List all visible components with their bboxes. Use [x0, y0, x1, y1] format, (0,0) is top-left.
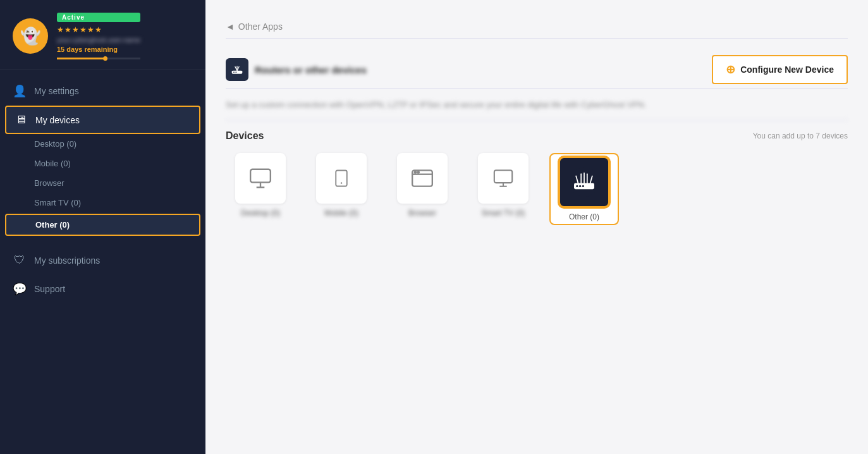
svg-point-27 [582, 185, 584, 187]
settings-label: My settings [34, 86, 79, 96]
devices-title: Devices [226, 130, 264, 142]
desktop-label: Desktop (0) [241, 209, 280, 218]
svg-point-13 [415, 171, 417, 173]
devices-section-header: Devices You can add up to 7 devices [226, 130, 848, 142]
sidebar-sub-desktop[interactable]: Desktop (0) [0, 134, 205, 154]
smarttv-icon [491, 168, 515, 189]
trial-text: 15 days remaining [57, 46, 140, 53]
sidebar-nav: 👤 My settings 🖥 My devices Desktop (0) M… [0, 70, 205, 454]
section-description: Set up a custom connection with OpenVPN,… [226, 95, 848, 120]
devices-label: My devices [35, 115, 80, 125]
devices-limit: You can add up to 7 devices [753, 132, 848, 140]
user-info: Active ★★★★★★ your.cyberghost.user.name … [57, 13, 140, 59]
other-sub-label: Other (0) [35, 220, 70, 230]
sidebar-sub-browser[interactable]: Browser [0, 173, 205, 193]
browser-label: Browser [408, 209, 436, 218]
smarttv-sub-label: Smart TV (0) [34, 198, 81, 207]
devices-icon: 🖥 [14, 113, 28, 126]
device-card-smarttv[interactable]: Smart TV (0) [468, 153, 538, 218]
smarttv-label: Smart TV (0) [482, 209, 525, 218]
device-card-desktop[interactable]: Desktop (0) [226, 153, 295, 218]
section-title: Routers or other devices [255, 64, 367, 75]
mobile-device-icon [316, 153, 367, 204]
sidebar-item-settings[interactable]: 👤 My settings [0, 77, 205, 106]
section-title-group: Routers or other devices [226, 58, 367, 81]
trial-progress-fill [57, 58, 107, 59]
sidebar: 👻 Active ★★★★★★ your.cyberghost.user.nam… [0, 0, 205, 454]
devices-grid: Desktop (0) Mobile (0) [226, 153, 848, 225]
sidebar-header: 👻 Active ★★★★★★ your.cyberghost.user.nam… [0, 0, 205, 70]
device-card-browser[interactable]: Browser [388, 153, 457, 218]
stars-rating: ★★★★★★ [57, 25, 140, 34]
logo-icon: 👻 [20, 27, 40, 46]
configure-new-device-button[interactable]: ⊕ Configure New Device [712, 55, 848, 84]
section-icon-box [226, 58, 248, 81]
browser-sub-label: Browser [34, 178, 64, 188]
other-label: Other (0) [569, 212, 599, 221]
other-device-icon [559, 157, 609, 207]
support-icon: 💬 [13, 282, 27, 296]
routers-section-header: Routers or other devices ⊕ Configure New… [226, 49, 848, 89]
desktop-device-icon [235, 153, 286, 204]
subscriptions-icon: 🛡 [13, 254, 27, 267]
svg-point-14 [417, 171, 419, 173]
mobile-sub-label: Mobile (0) [34, 159, 71, 168]
router-device-icon [569, 167, 599, 197]
username: your.cyberghost.user.name [57, 36, 140, 44]
sidebar-sub-other[interactable]: Other (0) [5, 214, 200, 236]
svg-rect-0 [232, 71, 243, 74]
settings-icon: 👤 [13, 84, 27, 98]
desktop-icon [248, 166, 272, 190]
mobile-label: Mobile (0) [324, 209, 358, 218]
svg-point-25 [576, 185, 578, 187]
sidebar-item-devices[interactable]: 🖥 My devices [5, 106, 200, 134]
svg-rect-15 [494, 170, 512, 183]
sidebar-item-subscriptions[interactable]: 🛡 My subscriptions [0, 246, 205, 274]
device-card-other[interactable]: Other (0) [549, 153, 619, 225]
desktop-sub-label: Desktop (0) [34, 139, 76, 149]
sidebar-item-support[interactable]: 💬 Support [0, 274, 205, 304]
svg-point-1 [233, 71, 235, 73]
other-apps-bar: ◄ Other Apps [226, 15, 848, 39]
sidebar-sub-smarttv[interactable]: Smart TV (0) [0, 193, 205, 212]
sidebar-sub-mobile[interactable]: Mobile (0) [0, 154, 205, 173]
configure-plus-icon: ⊕ [726, 63, 735, 77]
other-apps-label: ◄ Other Apps [226, 21, 283, 32]
smarttv-device-icon [478, 153, 529, 204]
mobile-icon [332, 166, 351, 190]
other-apps-arrow-icon: ◄ [226, 21, 235, 32]
configure-btn-label: Configure New Device [740, 64, 834, 75]
support-label: Support [34, 284, 65, 294]
app-logo: 👻 [13, 18, 48, 54]
browser-device-icon [397, 153, 448, 204]
svg-point-26 [579, 185, 581, 187]
other-apps-text[interactable]: Other Apps [238, 21, 283, 32]
status-badge: Active [57, 13, 140, 22]
svg-rect-6 [250, 169, 271, 183]
svg-point-2 [236, 71, 237, 73]
router-icon [231, 63, 243, 76]
main-content: ◄ Other Apps Routers or other device [205, 0, 868, 454]
subscriptions-label: My subscriptions [34, 255, 100, 266]
device-card-mobile[interactable]: Mobile (0) [307, 153, 376, 218]
trial-progress-bar [57, 58, 140, 59]
browser-icon [410, 166, 434, 190]
